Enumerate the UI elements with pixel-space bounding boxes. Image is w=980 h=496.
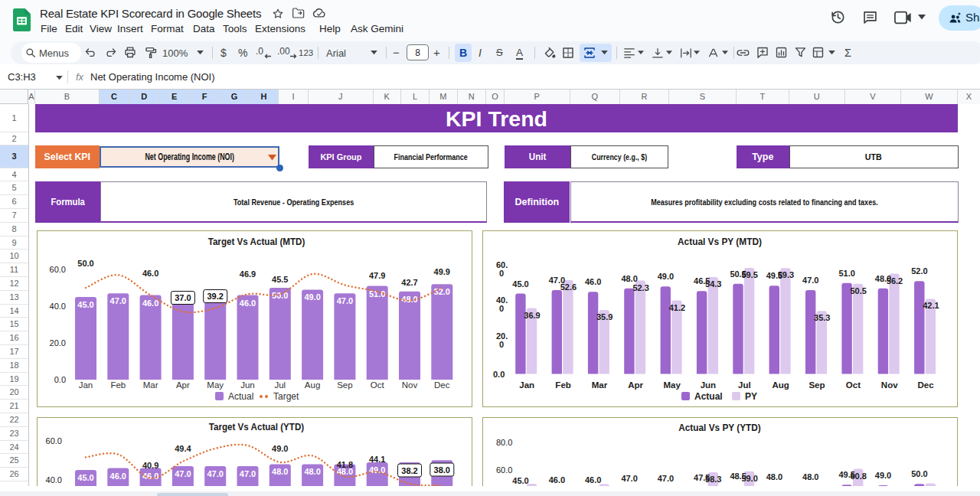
svg-text:Actual: Actual (694, 391, 723, 402)
svg-text:Oct: Oct (846, 380, 861, 390)
svg-text:47.0: 47.0 (337, 296, 353, 305)
svg-text:48.0: 48.0 (802, 472, 818, 481)
svg-text:38.2: 38.2 (401, 466, 417, 475)
svg-text:35.3: 35.3 (814, 313, 830, 322)
svg-text:49.0: 49.0 (272, 444, 288, 453)
svg-text:Jan: Jan (79, 380, 93, 390)
svg-text:0: 0 (499, 340, 504, 349)
svg-text:49.0: 49.0 (304, 292, 320, 302)
svg-text:40.9: 40.9 (142, 461, 158, 470)
svg-text:45.5: 45.5 (272, 275, 288, 284)
svg-text:Apr: Apr (628, 380, 643, 390)
svg-text:35.9: 35.9 (596, 312, 612, 321)
svg-text:Jun: Jun (240, 380, 255, 390)
svg-text:0.0: 0.0 (54, 375, 66, 384)
svg-text:58.3: 58.3 (705, 475, 721, 484)
svg-text:49.0: 49.0 (875, 471, 891, 480)
svg-text:50.0: 50.0 (77, 259, 93, 268)
svg-text:40.0: 40.0 (46, 475, 62, 485)
svg-text:48.0: 48.0 (272, 467, 288, 476)
svg-text:49.0: 49.0 (369, 465, 385, 475)
svg-text:Apr: Apr (176, 380, 190, 390)
svg-text:47.0: 47.0 (621, 474, 637, 483)
svg-text:36.9: 36.9 (524, 311, 540, 320)
svg-text:Aug: Aug (772, 380, 789, 390)
svg-text:46.0: 46.0 (110, 472, 126, 481)
svg-text:Target Vs Actual (YTD): Target Vs Actual (YTD) (209, 421, 304, 432)
svg-text:60.8: 60.8 (850, 472, 866, 481)
svg-text:59.0: 59.0 (741, 474, 757, 483)
svg-text:Jan: Jan (519, 380, 534, 390)
svg-text:Dec: Dec (917, 380, 934, 390)
svg-text:56.2: 56.2 (887, 276, 903, 286)
svg-text:Feb: Feb (555, 380, 570, 390)
svg-text:Oct: Oct (371, 380, 385, 390)
svg-text:52.6: 52.6 (560, 282, 576, 292)
svg-text:Aug: Aug (305, 380, 320, 390)
svg-text:May: May (663, 380, 681, 390)
svg-text:59.5: 59.5 (741, 270, 757, 279)
svg-text:46.9: 46.9 (240, 269, 256, 279)
svg-text:40.0: 40.0 (50, 302, 66, 311)
svg-text:41.8: 41.8 (337, 460, 353, 469)
svg-text:Target: Target (273, 391, 299, 402)
svg-text:46.0: 46.0 (240, 299, 256, 308)
svg-text:49.4: 49.4 (175, 444, 191, 453)
svg-text:52.3: 52.3 (632, 283, 648, 292)
svg-text:44.1: 44.1 (369, 455, 385, 464)
svg-text:48.0: 48.0 (766, 472, 782, 481)
svg-text:47.0: 47.0 (657, 474, 673, 483)
svg-text:Nov: Nov (402, 380, 418, 390)
svg-text:45.0: 45.0 (77, 473, 93, 482)
svg-text:Actual: Actual (228, 391, 253, 402)
svg-text:60.0: 60.0 (46, 436, 62, 445)
svg-text:47.0: 47.0 (207, 469, 223, 478)
svg-text:47.0: 47.0 (802, 276, 818, 285)
svg-text:51.0: 51.0 (838, 269, 854, 278)
svg-text:45.0: 45.0 (512, 279, 528, 289)
svg-text:Sep: Sep (337, 380, 352, 390)
svg-text:41.2: 41.2 (668, 303, 684, 312)
svg-text:45.0: 45.0 (77, 300, 93, 309)
svg-text:50.5: 50.5 (850, 286, 866, 295)
svg-text:48.0: 48.0 (621, 274, 637, 283)
svg-text:May: May (207, 380, 224, 390)
svg-text:Mar: Mar (591, 380, 607, 390)
svg-text:47.0: 47.0 (175, 469, 191, 478)
svg-text:54.3: 54.3 (705, 279, 721, 289)
svg-text:47.0: 47.0 (110, 296, 126, 305)
svg-text:37.0: 37.0 (175, 293, 191, 302)
svg-text:0: 0 (499, 304, 504, 313)
svg-text:PY: PY (745, 391, 757, 402)
svg-text:Jul: Jul (274, 380, 286, 390)
svg-text:Sep: Sep (808, 380, 825, 390)
svg-text:46.0: 46.0 (142, 299, 158, 308)
svg-text:52.0: 52.0 (911, 266, 927, 276)
svg-text:46.0: 46.0 (142, 472, 158, 481)
svg-text:46.0: 46.0 (585, 475, 601, 485)
svg-text:49.9: 49.9 (434, 267, 450, 276)
svg-text:Target Vs Actual (MTD): Target Vs Actual (MTD) (208, 236, 305, 247)
svg-text:Actual Vs PY (YTD): Actual Vs PY (YTD) (678, 422, 761, 433)
svg-text:Nov: Nov (881, 380, 898, 390)
svg-text:20.0: 20.0 (50, 338, 66, 348)
svg-text:0: 0 (499, 269, 504, 278)
svg-text:Mar: Mar (143, 380, 158, 390)
svg-text:Actual Vs PY (MTD): Actual Vs PY (MTD) (678, 236, 762, 247)
svg-text:Jul: Jul (738, 380, 751, 390)
svg-text:0.0: 0.0 (493, 370, 505, 379)
svg-text:38.0: 38.0 (434, 465, 450, 475)
svg-text:Jun: Jun (700, 380, 715, 390)
svg-text:59.3: 59.3 (777, 270, 793, 279)
svg-text:49.0: 49.0 (657, 272, 673, 281)
svg-text:46.0: 46.0 (585, 277, 601, 286)
svg-text:60.0: 60.0 (50, 265, 66, 274)
svg-text:46.0: 46.0 (548, 475, 564, 485)
svg-text:47.0: 47.0 (240, 469, 256, 478)
svg-text:39.2: 39.2 (207, 292, 223, 301)
svg-text:42.1: 42.1 (923, 301, 939, 310)
svg-text:Feb: Feb (110, 380, 126, 390)
svg-text:48.0: 48.0 (304, 467, 320, 476)
svg-text:60.0: 60.0 (496, 465, 512, 475)
svg-text:46.0: 46.0 (142, 269, 158, 278)
